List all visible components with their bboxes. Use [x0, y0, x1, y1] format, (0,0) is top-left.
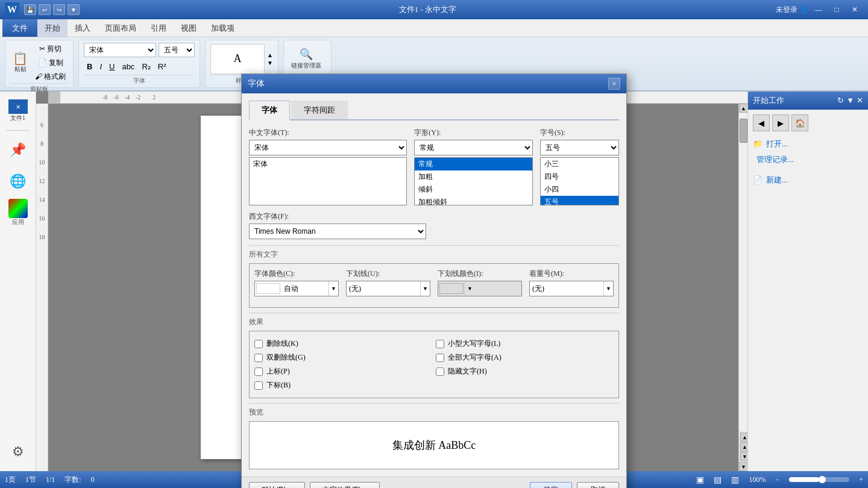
size-5[interactable]: 五号 [541, 196, 618, 205]
scroll-extra-2[interactable]: ▲ [740, 442, 747, 451]
underline-dropdown-arrow[interactable]: ▼ [420, 281, 430, 296]
western-font-select[interactable]: Times New Roman [249, 224, 426, 239]
undo-btn[interactable]: ↩ [39, 4, 51, 15]
copy-btn[interactable]: 📄 复制 [33, 57, 68, 69]
size-list[interactable]: 小三 四号 小四 五号 [540, 157, 619, 205]
font-list-item-songti[interactable]: 宋体 [250, 158, 406, 170]
zoom-minus[interactable]: − [775, 475, 779, 484]
new-btn[interactable]: 📄 新建... [753, 172, 863, 188]
underline-btn[interactable]: U [106, 60, 118, 73]
color-dropdown-arrow[interactable]: ▼ [329, 281, 338, 296]
style-bold[interactable]: 加粗 [415, 170, 532, 183]
size-small3[interactable]: 小三 [541, 158, 618, 170]
font-color-dropdown[interactable]: 自动 ▼ [254, 281, 339, 296]
dialog-close-btn[interactable]: × [608, 78, 620, 90]
open-btn[interactable]: 📁 打开... [753, 136, 863, 152]
styles-down-btn[interactable]: ▼ [267, 60, 273, 66]
menu-start[interactable]: 开始 [37, 19, 68, 37]
style-bold-italic[interactable]: 加粗倾斜 [415, 196, 532, 205]
menu-view[interactable]: 视图 [174, 19, 204, 37]
size-4[interactable]: 四号 [541, 170, 618, 183]
zoom-slider[interactable] [789, 477, 849, 482]
paste-btn[interactable]: 📋 粘贴 [10, 51, 30, 75]
effect-double-strikethrough[interactable]: 双删除线(G) [254, 352, 432, 363]
sidebar-app-icon[interactable]: 应用 [4, 198, 33, 227]
effect-strikethrough[interactable]: 删除线(K) [254, 339, 432, 349]
font-style-select[interactable]: 常规 [414, 140, 533, 155]
bold-btn[interactable]: B [84, 60, 95, 73]
font-size-select-dialog[interactable]: 五号 [540, 140, 619, 155]
effect-hidden-check[interactable] [436, 368, 444, 376]
scroll-extra-1[interactable]: ▲ [740, 433, 747, 442]
text-effect-btn[interactable]: 文字效果(E)... [310, 482, 380, 488]
default-btn[interactable]: 默认(D)... [249, 482, 305, 488]
effect-allcaps[interactable]: 全部大写字母(A) [436, 352, 614, 363]
v-scrollbar[interactable]: ▲ ▲ ▲ ▼ ▼ [738, 104, 747, 471]
view-icon-1[interactable]: ▣ [696, 475, 704, 485]
tab-char-spacing[interactable]: 字符间距 [291, 101, 348, 119]
user-area[interactable]: 未登录 👤 [776, 5, 809, 15]
format-brush-btn[interactable]: 🖌 格式刷 [33, 70, 68, 83]
scroll-up-btn[interactable]: ▲ [739, 104, 747, 113]
font-name-select[interactable]: 宋体 [84, 43, 156, 57]
cancel-btn[interactable]: 取消 [577, 482, 619, 488]
sidebar-web-icon[interactable]: 🌐 [4, 167, 33, 196]
redo-btn[interactable]: ↪ [53, 4, 65, 15]
superscript-btn[interactable]: R² [155, 60, 169, 73]
manage-records-btn[interactable]: 管理记录... [753, 152, 863, 167]
sidebar-settings-icon[interactable]: ⚙ [4, 437, 33, 466]
effect-strikethrough-check[interactable] [254, 340, 263, 348]
underline-dropdown[interactable]: (无) ▼ [346, 281, 430, 296]
view-icon-3[interactable]: ▥ [731, 475, 739, 485]
sidebar-nav-icon[interactable]: 📌 [4, 136, 33, 164]
tab-font[interactable]: 字体 [249, 101, 290, 120]
scroll-track[interactable] [739, 113, 747, 431]
emphasis-dropdown-arrow[interactable]: ▼ [603, 281, 613, 296]
strikethrough-btn[interactable]: abc [119, 60, 137, 73]
dropdown-btn[interactable]: ▼ [68, 4, 80, 15]
font-size-select[interactable]: 五号 [159, 43, 195, 57]
size-small4[interactable]: 小四 [541, 183, 618, 196]
quick-save-btn[interactable]: 💾 [24, 4, 36, 15]
style-italic[interactable]: 倾斜 [415, 183, 532, 196]
effect-allcaps-check[interactable] [436, 354, 444, 362]
effect-double-strikethrough-check[interactable] [254, 354, 263, 362]
menu-ref[interactable]: 引用 [143, 19, 174, 37]
effect-superscript-check[interactable] [254, 368, 263, 376]
effect-hidden[interactable]: 隐藏文字(H) [436, 366, 614, 377]
italic-btn[interactable]: I [96, 60, 105, 73]
zoom-slider-thumb[interactable] [819, 476, 826, 483]
menu-file[interactable]: 文件 [2, 19, 37, 37]
minimize-btn[interactable]: — [810, 3, 827, 16]
effect-subscript-check[interactable] [254, 381, 263, 390]
chinese-font-select[interactable]: 宋体 [249, 140, 407, 155]
panel-home-btn[interactable]: 🏠 [791, 114, 808, 131]
emphasis-dropdown[interactable]: (无) ▼ [529, 281, 614, 296]
menu-insert[interactable]: 插入 [68, 19, 98, 37]
effect-smallcaps[interactable]: 小型大写字母(L) [436, 339, 614, 349]
close-btn[interactable]: ✕ [846, 3, 863, 16]
panel-forward-btn[interactable]: ▶ [772, 114, 789, 131]
cut-btn[interactable]: ✂ 剪切 [33, 43, 68, 55]
maximize-btn[interactable]: □ [828, 3, 845, 16]
styles-up-btn[interactable]: ▲ [267, 52, 273, 58]
sidebar-file-icon[interactable]: ✕ 文件1 [4, 96, 33, 125]
style-regular[interactable]: 常规 [415, 158, 532, 170]
menu-addons[interactable]: 加载项 [204, 19, 242, 37]
effect-superscript[interactable]: 上标(P) [254, 366, 432, 377]
scroll-thumb[interactable] [740, 119, 747, 143]
panel-close-icon[interactable]: ✕ [857, 96, 863, 105]
ok-btn[interactable]: 确定 [530, 482, 572, 488]
menu-layout[interactable]: 页面布局 [98, 19, 143, 37]
subscript-btn[interactable]: R₂ [139, 60, 153, 73]
style-list[interactable]: 常规 加粗 倾斜 加粗倾斜 [414, 157, 533, 205]
scroll-extra-3[interactable]: ▼ [740, 452, 747, 461]
zoom-plus[interactable]: + [859, 475, 863, 484]
panel-back-btn[interactable]: ◀ [753, 114, 770, 131]
panel-dropdown-icon[interactable]: ▼ [846, 96, 854, 105]
scroll-down-btn[interactable]: ▼ [739, 462, 747, 471]
effect-subscript[interactable]: 下标(B) [254, 380, 432, 390]
font-dialog[interactable]: 字体 × 字体 字符间距 中文字体(T): 宋体 宋体 [241, 74, 627, 488]
chinese-font-list[interactable]: 宋体 [249, 157, 407, 205]
view-icon-2[interactable]: ▤ [714, 475, 722, 485]
